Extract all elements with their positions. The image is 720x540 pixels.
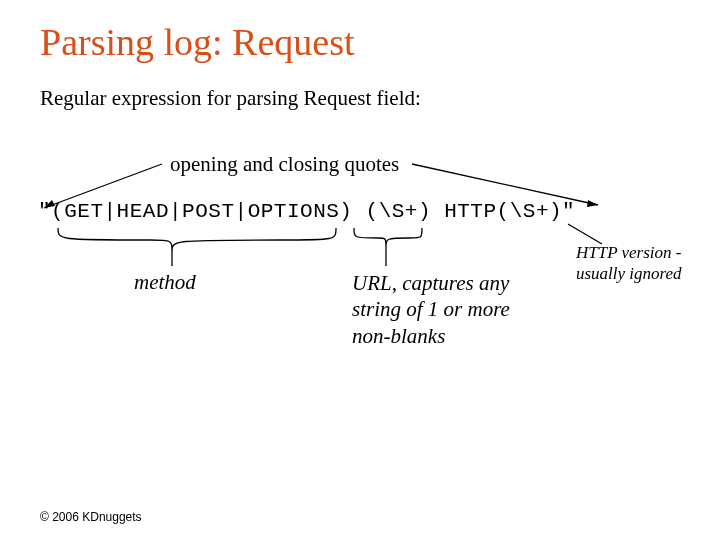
copyright-footer: © 2006 KDnuggets bbox=[40, 510, 142, 524]
quotes-annotation: opening and closing quotes bbox=[170, 152, 399, 177]
method-annotation: method bbox=[134, 270, 196, 295]
svg-line-6 bbox=[568, 224, 602, 244]
http-annotation: HTTP version - usually ignored bbox=[576, 242, 706, 285]
subtitle-text: Regular expression for parsing Request f… bbox=[40, 86, 680, 111]
svg-marker-3 bbox=[587, 200, 598, 207]
page-title: Parsing log: Request bbox=[40, 20, 680, 64]
regex-code: "(GET|HEAD|POST|OPTIONS) (\S+) HTTP(\S+)… bbox=[38, 200, 575, 223]
url-annotation: URL, captures any string of 1 or more no… bbox=[352, 270, 542, 349]
svg-line-2 bbox=[412, 164, 598, 205]
